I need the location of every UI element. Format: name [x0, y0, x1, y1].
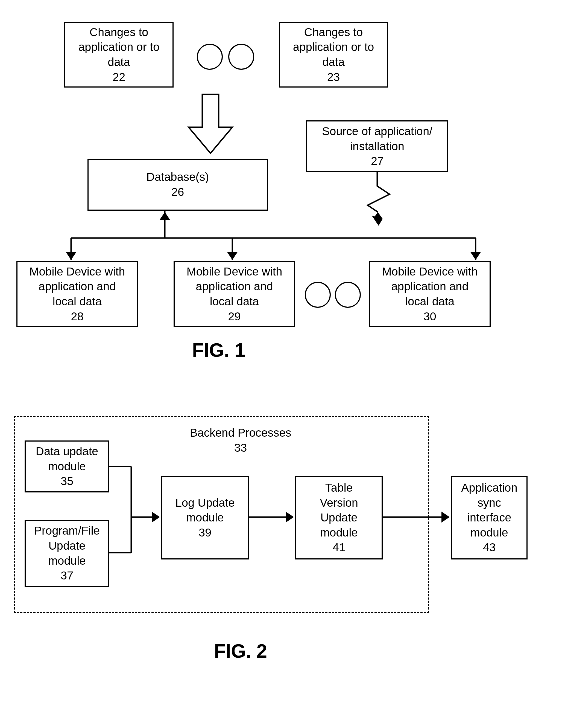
svg-marker-17: [285, 512, 294, 523]
svg-marker-15: [152, 512, 160, 523]
fig2-connectors: [0, 0, 565, 629]
svg-marker-19: [441, 512, 450, 523]
fig2-label: FIG. 2: [200, 640, 282, 662]
